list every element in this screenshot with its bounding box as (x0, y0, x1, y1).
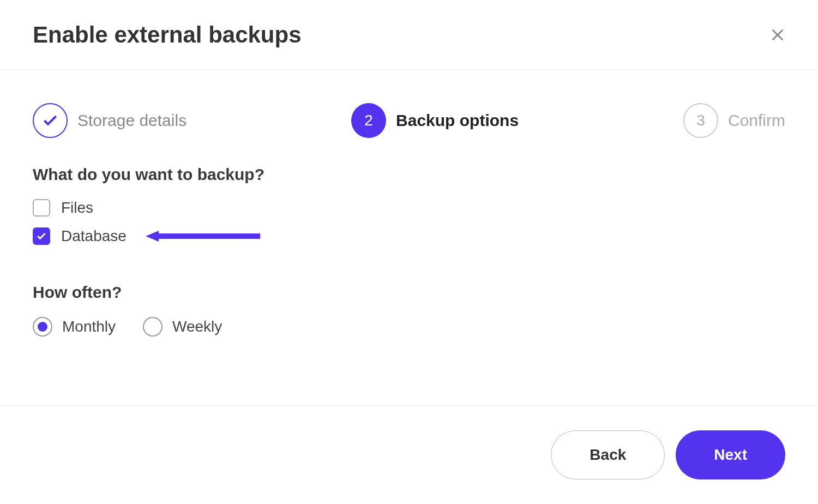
option-database-row: Database (33, 227, 785, 245)
back-button[interactable]: Back (551, 430, 665, 479)
label-database: Database (61, 227, 127, 245)
radio-weekly[interactable] (143, 317, 163, 337)
radio-monthly-item: Monthly (33, 317, 116, 337)
dialog-footer: Back Next (0, 405, 818, 504)
question-how-often: How often? (33, 283, 785, 302)
option-files-row: Files (33, 199, 785, 217)
frequency-radio-group: Monthly Weekly (33, 317, 785, 337)
step-label-backup: Backup options (396, 111, 519, 130)
close-icon[interactable] (770, 27, 785, 43)
step-backup-options: 2 Backup options (351, 103, 519, 138)
step-storage-details[interactable]: Storage details (33, 103, 187, 138)
svg-marker-1 (146, 231, 159, 242)
stepper: Storage details 2 Backup options 3 Confi… (0, 70, 818, 165)
step-circle-upcoming: 3 (683, 103, 718, 138)
arrow-annotation-icon (146, 230, 260, 243)
form-content: What do you want to backup? Files Databa… (0, 165, 818, 337)
radio-weekly-item: Weekly (143, 317, 222, 337)
step-label-storage: Storage details (77, 111, 187, 130)
next-button[interactable]: Next (676, 430, 785, 479)
radio-monthly[interactable] (33, 317, 52, 337)
dialog-header: Enable external backups (0, 0, 818, 70)
question-what-backup: What do you want to backup? (33, 165, 785, 184)
step-confirm: 3 Confirm (683, 103, 785, 138)
label-weekly: Weekly (172, 318, 222, 335)
label-monthly: Monthly (62, 318, 116, 335)
step-circle-completed (33, 103, 68, 138)
step-circle-active: 2 (351, 103, 386, 138)
checkbox-files[interactable] (33, 199, 50, 217)
dialog-title: Enable external backups (33, 22, 302, 48)
label-files: Files (61, 199, 93, 217)
step-label-confirm: Confirm (728, 111, 785, 130)
checkbox-database[interactable] (33, 227, 50, 245)
